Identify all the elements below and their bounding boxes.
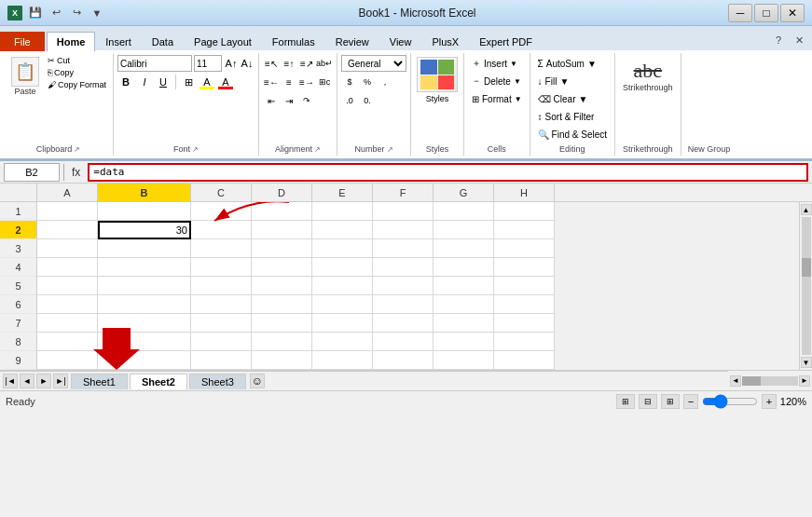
cell-c5[interactable]	[191, 277, 252, 295]
italic-button[interactable]: I	[136, 74, 153, 90]
clear-button[interactable]: ⌫ Clear ▼	[534, 90, 611, 107]
cell-h8[interactable]	[494, 333, 555, 351]
cell-a2[interactable]	[37, 221, 98, 239]
indent-decrease-btn[interactable]: ⇤	[263, 92, 280, 109]
cell-e1[interactable]	[312, 202, 373, 221]
maximize-button[interactable]: □	[754, 4, 778, 22]
sheet-tab-1[interactable]: Sheet1	[71, 374, 128, 389]
cell-a5[interactable]	[37, 277, 98, 295]
ribbon-close-btn[interactable]: ✕	[790, 32, 808, 48]
col-header-a[interactable]: A	[37, 184, 98, 201]
cell-b2[interactable]: 30	[98, 221, 191, 239]
cell-c4[interactable]	[191, 258, 252, 277]
align-top-right-btn[interactable]: ≡↗	[298, 55, 315, 72]
cell-h3[interactable]	[494, 239, 555, 258]
col-header-h[interactable]: H	[494, 184, 555, 201]
sheet-tab-3[interactable]: Sheet3	[189, 374, 246, 389]
scroll-up-btn[interactable]: ▲	[801, 204, 812, 215]
formula-function-icon[interactable]: fx	[68, 166, 84, 179]
cell-a9[interactable]	[37, 351, 98, 370]
decimal-increase-btn[interactable]: .0	[341, 92, 358, 109]
cell-d9[interactable]	[252, 351, 312, 370]
page-layout-view-btn[interactable]: ⊟	[639, 394, 657, 409]
sheet-nav-next[interactable]: ►	[36, 374, 51, 388]
number-format-select[interactable]: General Number Currency	[341, 55, 406, 72]
cell-d6[interactable]	[252, 295, 312, 314]
tab-page-layout[interactable]: Page Layout	[184, 32, 262, 51]
normal-view-btn[interactable]: ⊞	[616, 394, 635, 409]
cell-g3[interactable]	[434, 239, 494, 258]
row-7[interactable]: 7	[0, 314, 36, 333]
cell-d8[interactable]	[252, 333, 312, 351]
font-decrease-btn[interactable]: A↓	[240, 56, 255, 71]
cell-f9[interactable]	[373, 351, 434, 370]
cell-h6[interactable]	[494, 295, 555, 314]
scroll-left-btn[interactable]: ◄	[730, 375, 741, 387]
cell-g7[interactable]	[434, 314, 494, 333]
vertical-scrollbar[interactable]: ▲ ▼	[799, 202, 812, 370]
cell-f8[interactable]	[373, 333, 434, 351]
redo-quick-btn[interactable]: ↪	[67, 5, 86, 21]
cell-h2[interactable]	[494, 221, 555, 239]
comma-btn[interactable]: ,	[377, 74, 393, 90]
sheet-nav-prev[interactable]: ◄	[20, 374, 34, 388]
cell-e4[interactable]	[312, 258, 373, 277]
scroll-track-vertical[interactable]	[802, 217, 811, 355]
alignment-expand-icon[interactable]: ↗	[314, 145, 321, 154]
tab-expert-pdf[interactable]: Expert PDF	[469, 32, 543, 51]
cell-a4[interactable]	[37, 258, 98, 277]
minimize-button[interactable]: ─	[728, 4, 752, 22]
col-header-b[interactable]: B	[98, 184, 191, 201]
cell-f2[interactable]	[373, 221, 434, 239]
row-3[interactable]: 3	[0, 239, 36, 258]
cell-b1[interactable]	[98, 202, 191, 221]
align-left-btn[interactable]: ≡←	[263, 74, 280, 90]
cell-g4[interactable]	[434, 258, 494, 277]
cell-b9[interactable]	[98, 351, 191, 370]
cell-b7[interactable]	[98, 314, 191, 333]
cell-g6[interactable]	[434, 295, 494, 314]
cell-f4[interactable]	[373, 258, 434, 277]
cell-a1[interactable]	[37, 202, 98, 221]
cell-b3[interactable]	[98, 239, 191, 258]
scroll-down-btn[interactable]: ▼	[801, 357, 812, 368]
cell-h1[interactable]	[494, 202, 555, 221]
number-expand-icon[interactable]: ↗	[387, 145, 393, 154]
delete-button[interactable]: － Delete ▼	[468, 73, 526, 89]
cell-c3[interactable]	[191, 239, 252, 258]
indent-increase-btn[interactable]: ⇥	[281, 92, 297, 109]
cell-a8[interactable]	[37, 333, 98, 351]
cell-c8[interactable]	[191, 333, 252, 351]
cell-e9[interactable]	[312, 351, 373, 370]
row-8[interactable]: 8	[0, 333, 36, 351]
cell-c1[interactable]	[191, 202, 252, 221]
font-color-button[interactable]: A	[217, 74, 234, 90]
tab-data[interactable]: Data	[142, 32, 184, 51]
cell-b5[interactable]	[98, 277, 191, 295]
tab-formulas[interactable]: Formulas	[262, 32, 325, 51]
format-button[interactable]: ⊞ Format ▼	[468, 90, 526, 107]
format-painter-button[interactable]: 🖌Copy Format	[45, 79, 109, 90]
col-header-d[interactable]: D	[252, 184, 312, 201]
h-scroll-track[interactable]	[742, 376, 798, 386]
font-expand-icon[interactable]: ↗	[192, 145, 199, 154]
percent-btn[interactable]: %	[359, 74, 376, 90]
cell-f7[interactable]	[373, 314, 434, 333]
save-quick-btn[interactable]: 💾	[26, 5, 45, 21]
cell-d5[interactable]	[252, 277, 312, 295]
copy-button[interactable]: ⎘Copy	[45, 67, 109, 78]
row-9[interactable]: 9	[0, 351, 36, 370]
scroll-right-btn[interactable]: ►	[799, 375, 810, 387]
cell-h7[interactable]	[494, 314, 555, 333]
col-header-f[interactable]: F	[373, 184, 434, 201]
row-1[interactable]: 1	[0, 202, 36, 221]
cell-c9[interactable]	[191, 351, 252, 370]
cut-button[interactable]: ✂Cut	[45, 55, 109, 66]
page-break-view-btn[interactable]: ⊞	[661, 394, 680, 409]
strikethrough-button[interactable]: abc Strikethrough	[619, 55, 677, 96]
add-sheet-button[interactable]: ☺	[250, 374, 265, 388]
cell-e2[interactable]	[312, 221, 373, 239]
cell-c2[interactable]	[191, 221, 252, 239]
undo-quick-btn[interactable]: ↩	[47, 5, 65, 21]
sheet-nav-first[interactable]: |◄	[3, 374, 18, 388]
